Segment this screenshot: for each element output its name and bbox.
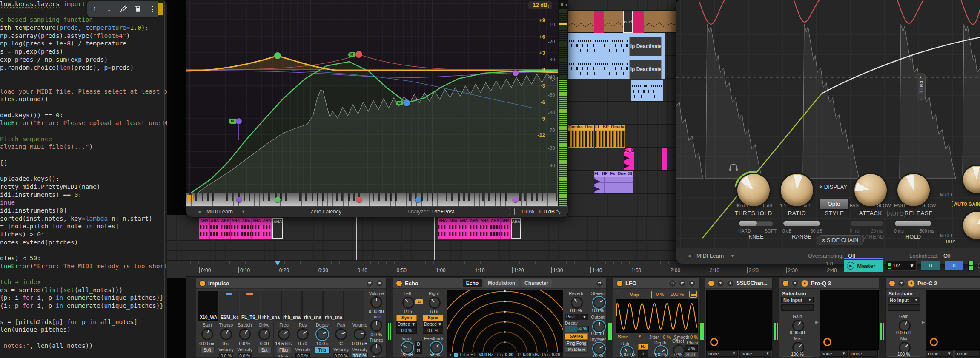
piano-keyboard[interactable]: [186, 193, 558, 207]
dotted-mode-right[interactable]: Dotted ▼: [423, 321, 443, 327]
stereo-mode-button[interactable]: Stereo: [565, 333, 588, 340]
fold-icon[interactable]: ▼: [717, 280, 724, 287]
sync-right-button[interactable]: Sync: [423, 315, 443, 321]
code-line[interactable]: [0, 103, 167, 111]
sidechain-input-selector[interactable]: No Input▼: [888, 297, 920, 303]
res-knob[interactable]: [297, 328, 309, 340]
audio-clip-row[interactable]: FL_B: [568, 148, 676, 171]
echo-left-time-knob[interactable]: [402, 297, 414, 309]
code-line[interactable]: [0, 270, 167, 278]
transp-knob[interactable]: [220, 328, 232, 340]
audio-clip-cell[interactable]: AHA: [458, 218, 469, 239]
fold-icon[interactable]: ▼: [791, 280, 799, 287]
audio-clip[interactable]: FL_BP_Omaha: [595, 125, 625, 148]
style-selector[interactable]: Opto: [820, 199, 848, 209]
device-activator-icon[interactable]: [782, 280, 789, 287]
resize-icon[interactable]: [556, 209, 562, 217]
dotted-mode-left[interactable]: Dotted ▼: [396, 321, 417, 327]
band-mute-badge[interactable]: M: [229, 119, 236, 124]
band-mute-badge[interactable]: M: [348, 52, 355, 57]
reverb-knob[interactable]: [571, 297, 583, 309]
piano-band-dot[interactable]: [275, 197, 281, 202]
audio-clip-row[interactable]: Omaha_Dru FL_BP_Omaha: [568, 125, 676, 148]
device-activator-icon[interactable]: [708, 280, 714, 287]
clip-segment-pink[interactable]: [594, 11, 604, 33]
lookahead-slider[interactable]: [851, 221, 883, 226]
code-line[interactable]: inue: [0, 199, 167, 207]
hold-slider[interactable]: [895, 221, 931, 226]
start-knob[interactable]: [201, 328, 213, 340]
piano-band-dot[interactable]: [236, 197, 242, 202]
velocity-value[interactable]: 70.0 %: [352, 353, 367, 357]
code-line[interactable]: [0, 71, 167, 80]
lp-res-value[interactable]: 0.00: [552, 352, 560, 357]
stereo-width-knob[interactable]: [593, 297, 605, 309]
audio-clip-cell[interactable]: AHA: [199, 218, 210, 239]
code-line[interactable]: otes) < 50:: [0, 254, 167, 262]
window-icon[interactable]: [509, 208, 515, 215]
phase-invert-toggle[interactable]: Ø: [415, 347, 422, 354]
code-line[interactable]: alyzing MIDI file(s)..."): [0, 143, 167, 151]
code-line[interactable]: load your MIDI file. Please select at le…: [0, 88, 167, 96]
audio-clip-cell[interactable]: AHA: [210, 218, 221, 239]
filter-value[interactable]: Filter: [277, 347, 291, 353]
eq-band-handle[interactable]: [274, 52, 281, 59]
param-slot[interactable]: none▼: [739, 350, 771, 357]
piano-band-dot[interactable]: [513, 197, 518, 202]
output-routing-selector[interactable]: 1/2▼: [886, 261, 917, 271]
midi-learn-button[interactable]: MIDI Learn: [696, 248, 724, 264]
sidechain-channel-selector[interactable]: [888, 304, 920, 311]
code-line[interactable]: retty_midi.PrettyMIDI(name): [0, 183, 167, 191]
plugin-panel[interactable]: [706, 290, 772, 350]
attack-knob[interactable]: [854, 174, 887, 206]
audio-clip-cell[interactable]: AHA: [262, 218, 273, 239]
audio-clip-cell[interactable]: AHA: [231, 218, 241, 239]
selected-clip-cell[interactable]: AHA: [511, 218, 521, 239]
sidechain-channel-selector[interactable]: [781, 304, 814, 311]
zoom-value[interactable]: 100%: [521, 207, 534, 217]
decay-knob[interactable]: [316, 328, 328, 340]
code-editor[interactable]: low.keras.layers import Ee-based samplin…: [0, 0, 167, 358]
map-mode-icon[interactable]: ▭: [669, 280, 676, 287]
reverb-position-selector[interactable]: Post▼: [565, 314, 588, 320]
device-title-bar[interactable]: ▼ ✦ Pro-C 2: [886, 278, 980, 289]
code-line[interactable]: np.asarray(preds).astype("float64"): [0, 32, 167, 40]
code-line[interactable]: [0, 151, 167, 159]
code-line[interactable]: e-based sampling function: [0, 16, 167, 24]
code-line[interactable]: {i: p for i, p in enumerate(unique_pitch…: [0, 302, 167, 310]
scrollbar-track[interactable]: [164, 0, 165, 358]
midi-learn-button[interactable]: MIDI Learn: [206, 207, 233, 217]
sample-slot[interactable]: rhh_sna: [281, 291, 302, 321]
code-line[interactable]: np.log(preds + 1e-8) / temperature: [0, 40, 167, 48]
offset-right[interactable]: 0.0 %: [423, 327, 443, 334]
chevron-down-icon[interactable]: ▼: [731, 248, 734, 264]
code-line[interactable]: [0, 127, 167, 135]
code-line[interactable]: idi.instruments[0]: [0, 207, 167, 215]
latency-mode[interactable]: Zero Latency: [310, 207, 341, 217]
param-slot[interactable]: none: [955, 350, 980, 357]
soft-value[interactable]: Soft: [200, 347, 215, 353]
audio-clip-cell[interactable]: AHA: [220, 218, 231, 239]
drive-knob[interactable]: [258, 328, 270, 340]
code-line[interactable]: [0, 246, 167, 254]
code-line[interactable]: lueError("Error: Please upload at least …: [0, 119, 167, 127]
master-track-header[interactable]: ▶Master 1/2▼ 0 0 D: [844, 259, 980, 272]
stretch-knob[interactable]: [239, 328, 251, 340]
jitter-value[interactable]: 0 %: [663, 335, 671, 340]
freq-knob[interactable]: [278, 328, 290, 340]
code-line[interactable]: ith_temperature(preds, temperature=1.0):: [0, 24, 167, 32]
device-title-bar[interactable]: LFO ▭ ⇄ ■: [613, 278, 699, 289]
plugin-panel[interactable]: [820, 290, 879, 350]
midi-clip-row[interactable]: lip Deactivate: [568, 56, 676, 79]
device-title-bar[interactable]: Impulse ⇄ ■: [196, 278, 386, 289]
echo-right-time-knob[interactable]: [429, 297, 441, 309]
code-line[interactable]: p.random.choice(len(preds), p=preds): [0, 64, 167, 72]
track-row[interactable]: [568, 102, 676, 125]
code-line[interactable]: s = np.exp(preds): [0, 48, 167, 56]
range-slider[interactable]: [783, 221, 820, 226]
code-line[interactable]: itches) > 0:: [0, 230, 167, 239]
reverb-decay-slider[interactable]: 50 %: [565, 326, 589, 332]
side-chain-expander[interactable]: « SIDE CHAIN: [817, 235, 864, 245]
analyzer-mode[interactable]: Pre+Post: [432, 207, 454, 217]
chevron-down-icon[interactable]: ▼: [241, 207, 245, 217]
